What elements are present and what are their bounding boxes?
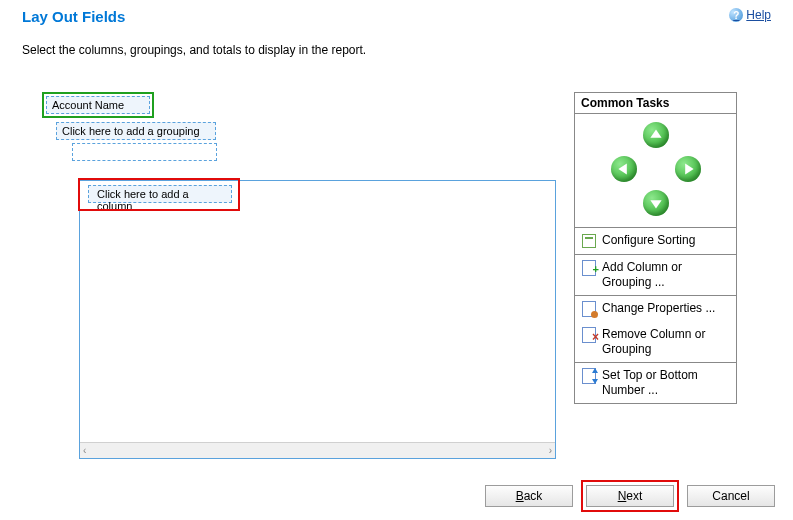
common-tasks-header: Common Tasks bbox=[575, 93, 736, 114]
columns-canvas: Click here to add a column ‹ › bbox=[79, 180, 556, 459]
set-top-bottom-task[interactable]: Set Top or Bottom Number ... bbox=[575, 363, 736, 403]
move-up-button[interactable] bbox=[643, 122, 669, 148]
change-properties-icon bbox=[581, 301, 597, 317]
arrow-right-icon bbox=[681, 162, 695, 176]
back-button-label-rest: ack bbox=[524, 489, 543, 503]
move-right-button[interactable] bbox=[675, 156, 701, 182]
remove-column-task[interactable]: Remove Column or Grouping bbox=[575, 322, 736, 363]
next-button-highlight: Next bbox=[581, 480, 679, 512]
add-column-label: Add Column or Grouping ... bbox=[602, 260, 730, 290]
configure-sorting-task[interactable]: Configure Sorting bbox=[575, 228, 736, 255]
add-column-placeholder[interactable]: Click here to add a column bbox=[88, 185, 232, 203]
add-column-icon bbox=[581, 260, 597, 276]
scroll-right-icon[interactable]: › bbox=[549, 445, 552, 456]
cancel-button[interactable]: Cancel bbox=[687, 485, 775, 507]
account-name-field[interactable]: Account Name bbox=[46, 96, 150, 114]
arrow-left-icon bbox=[617, 162, 631, 176]
arrow-up-icon bbox=[649, 128, 663, 142]
remove-column-icon bbox=[581, 327, 597, 343]
move-left-button[interactable] bbox=[611, 156, 637, 182]
next-button[interactable]: Next bbox=[586, 485, 674, 507]
instruction-text: Select the columns, groupings, and total… bbox=[0, 25, 793, 57]
help-icon: ? bbox=[729, 8, 743, 22]
configure-sorting-icon bbox=[581, 233, 597, 249]
horizontal-scrollbar[interactable]: ‹ › bbox=[80, 442, 555, 458]
move-arrows-area bbox=[575, 114, 736, 228]
common-tasks-panel: Common Tasks Configure Sorting Add Colum… bbox=[574, 92, 737, 404]
page-title: Lay Out Fields bbox=[22, 8, 125, 25]
next-button-label-rest: ext bbox=[626, 489, 642, 503]
add-column-task[interactable]: Add Column or Grouping ... bbox=[575, 255, 736, 296]
field-layout-area: Account Name Click here to add a groupin… bbox=[42, 92, 217, 161]
arrow-down-icon bbox=[649, 196, 663, 210]
empty-grouping-placeholder[interactable] bbox=[72, 143, 217, 161]
help-label: Help bbox=[746, 8, 771, 22]
configure-sorting-label: Configure Sorting bbox=[602, 233, 730, 248]
wizard-buttons: Back Next Cancel bbox=[485, 480, 775, 512]
add-grouping-placeholder[interactable]: Click here to add a grouping bbox=[56, 122, 216, 140]
set-top-bottom-icon bbox=[581, 368, 597, 384]
change-properties-task[interactable]: Change Properties ... bbox=[575, 296, 736, 322]
back-button[interactable]: Back bbox=[485, 485, 573, 507]
remove-column-label: Remove Column or Grouping bbox=[602, 327, 730, 357]
move-down-button[interactable] bbox=[643, 190, 669, 216]
account-name-highlight: Account Name bbox=[42, 92, 154, 118]
change-properties-label: Change Properties ... bbox=[602, 301, 730, 316]
scroll-left-icon[interactable]: ‹ bbox=[83, 445, 86, 456]
help-link[interactable]: ? Help bbox=[729, 8, 771, 22]
set-top-bottom-label: Set Top or Bottom Number ... bbox=[602, 368, 730, 398]
